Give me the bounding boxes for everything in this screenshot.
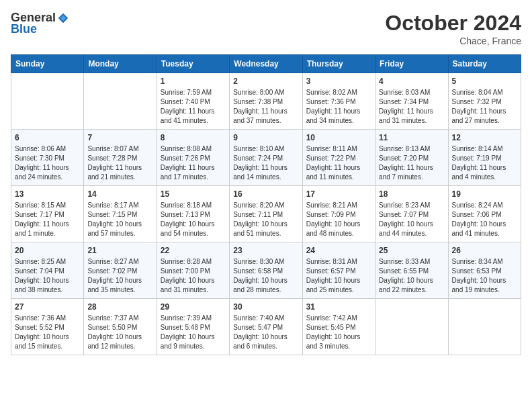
day-info: Sunrise: 8:04 AMSunset: 7:32 PMDaylight:… (452, 88, 517, 126)
day-number: 12 (452, 133, 517, 142)
day-info: Sunrise: 8:25 AMSunset: 7:04 PMDaylight:… (15, 257, 80, 295)
calendar-cell: 9Sunrise: 8:10 AMSunset: 7:24 PMDaylight… (230, 130, 302, 186)
week-row-4: 20Sunrise: 8:25 AMSunset: 7:04 PMDayligh… (11, 242, 521, 299)
calendar-cell: 11Sunrise: 8:13 AMSunset: 7:20 PMDayligh… (375, 130, 448, 186)
calendar-cell: 7Sunrise: 8:07 AMSunset: 7:28 PMDaylight… (84, 130, 157, 186)
calendar-cell: 29Sunrise: 7:39 AMSunset: 5:48 PMDayligh… (157, 299, 229, 355)
calendar-cell: 23Sunrise: 8:30 AMSunset: 6:58 PMDayligh… (230, 242, 302, 299)
day-number: 25 (379, 246, 444, 255)
day-number: 4 (379, 77, 444, 86)
day-info: Sunrise: 8:15 AMSunset: 7:17 PMDaylight:… (15, 201, 80, 238)
day-number: 9 (233, 133, 298, 142)
day-number: 10 (306, 133, 371, 142)
day-number: 28 (87, 302, 152, 312)
day-number: 3 (306, 77, 371, 86)
calendar-cell: 30Sunrise: 7:40 AMSunset: 5:47 PMDayligh… (230, 299, 302, 355)
weekday-header-sunday: Sunday (11, 55, 84, 73)
calendar-cell: 5Sunrise: 8:04 AMSunset: 7:32 PMDaylight… (448, 73, 521, 130)
calendar-cell: 19Sunrise: 8:24 AMSunset: 7:06 PMDayligh… (448, 186, 521, 242)
day-info: Sunrise: 7:37 AMSunset: 5:50 PMDaylight:… (87, 314, 152, 351)
calendar-cell: 22Sunrise: 8:28 AMSunset: 7:00 PMDayligh… (157, 242, 229, 299)
calendar-cell: 1Sunrise: 7:59 AMSunset: 7:40 PMDaylight… (157, 73, 229, 130)
weekday-header-thursday: Thursday (302, 55, 375, 73)
weekday-header-monday: Monday (84, 55, 157, 73)
day-info: Sunrise: 8:23 AMSunset: 7:07 PMDaylight:… (379, 201, 444, 238)
day-info: Sunrise: 8:11 AMSunset: 7:22 PMDaylight:… (306, 144, 371, 182)
calendar-cell: 20Sunrise: 8:25 AMSunset: 7:04 PMDayligh… (11, 242, 84, 299)
weekday-header-wednesday: Wednesday (230, 55, 302, 73)
calendar-cell: 18Sunrise: 8:23 AMSunset: 7:07 PMDayligh… (375, 186, 448, 242)
calendar-cell: 14Sunrise: 8:17 AMSunset: 7:15 PMDayligh… (84, 186, 157, 242)
day-info: Sunrise: 8:03 AMSunset: 7:34 PMDaylight:… (379, 88, 444, 126)
day-number: 27 (15, 302, 80, 312)
day-number: 22 (161, 246, 226, 255)
day-info: Sunrise: 8:21 AMSunset: 7:09 PMDaylight:… (306, 201, 371, 238)
day-info: Sunrise: 8:20 AMSunset: 7:11 PMDaylight:… (233, 201, 298, 238)
calendar-cell: 16Sunrise: 8:20 AMSunset: 7:11 PMDayligh… (230, 186, 302, 242)
day-number: 20 (15, 246, 80, 255)
day-number: 15 (161, 189, 226, 199)
day-info: Sunrise: 8:27 AMSunset: 7:02 PMDaylight:… (87, 257, 152, 295)
weekday-header-saturday: Saturday (448, 55, 521, 73)
day-number: 2 (233, 77, 298, 86)
day-number: 21 (87, 246, 152, 255)
day-info: Sunrise: 8:33 AMSunset: 6:55 PMDaylight:… (379, 257, 444, 295)
calendar-cell (375, 299, 448, 355)
day-info: Sunrise: 8:31 AMSunset: 6:57 PMDaylight:… (306, 257, 371, 295)
calendar-table: SundayMondayTuesdayWednesdayThursdayFrid… (11, 54, 521, 355)
day-info: Sunrise: 8:08 AMSunset: 7:26 PMDaylight:… (161, 144, 226, 182)
calendar-cell: 10Sunrise: 8:11 AMSunset: 7:22 PMDayligh… (302, 130, 375, 186)
day-info: Sunrise: 8:14 AMSunset: 7:19 PMDaylight:… (452, 144, 517, 182)
calendar-cell: 3Sunrise: 8:02 AMSunset: 7:36 PMDaylight… (302, 73, 375, 130)
month-title: October 2024 (385, 11, 521, 36)
day-number: 11 (379, 133, 444, 142)
day-info: Sunrise: 8:18 AMSunset: 7:13 PMDaylight:… (161, 201, 226, 238)
calendar-cell: 24Sunrise: 8:31 AMSunset: 6:57 PMDayligh… (302, 242, 375, 299)
day-info: Sunrise: 7:40 AMSunset: 5:47 PMDaylight:… (233, 314, 298, 351)
day-number: 29 (161, 302, 226, 312)
week-row-5: 27Sunrise: 7:36 AMSunset: 5:52 PMDayligh… (11, 299, 521, 355)
day-number: 5 (452, 77, 517, 86)
calendar-cell: 25Sunrise: 8:33 AMSunset: 6:55 PMDayligh… (375, 242, 448, 299)
calendar-cell: 12Sunrise: 8:14 AMSunset: 7:19 PMDayligh… (448, 130, 521, 186)
week-row-3: 13Sunrise: 8:15 AMSunset: 7:17 PMDayligh… (11, 186, 521, 242)
calendar-cell (11, 73, 84, 130)
day-info: Sunrise: 8:00 AMSunset: 7:38 PMDaylight:… (233, 88, 298, 126)
day-info: Sunrise: 8:28 AMSunset: 7:00 PMDaylight:… (161, 257, 226, 295)
logo-icon (57, 12, 69, 24)
day-info: Sunrise: 8:06 AMSunset: 7:30 PMDaylight:… (15, 144, 80, 182)
week-row-1: 1Sunrise: 7:59 AMSunset: 7:40 PMDaylight… (11, 73, 521, 130)
calendar-cell: 2Sunrise: 8:00 AMSunset: 7:38 PMDaylight… (230, 73, 302, 130)
day-info: Sunrise: 7:42 AMSunset: 5:45 PMDaylight:… (306, 314, 371, 351)
calendar-cell: 4Sunrise: 8:03 AMSunset: 7:34 PMDaylight… (375, 73, 448, 130)
day-number: 23 (233, 246, 298, 255)
day-info: Sunrise: 8:24 AMSunset: 7:06 PMDaylight:… (452, 201, 517, 238)
page-header: General Blue October 2024 Chace, France (11, 11, 521, 46)
day-number: 16 (233, 189, 298, 199)
day-number: 18 (379, 189, 444, 199)
day-number: 7 (87, 133, 152, 142)
day-info: Sunrise: 8:02 AMSunset: 7:36 PMDaylight:… (306, 88, 371, 126)
weekday-header-friday: Friday (375, 55, 448, 73)
calendar-cell: 21Sunrise: 8:27 AMSunset: 7:02 PMDayligh… (84, 242, 157, 299)
calendar-cell (448, 299, 521, 355)
calendar-cell: 17Sunrise: 8:21 AMSunset: 7:09 PMDayligh… (302, 186, 375, 242)
calendar-cell: 13Sunrise: 8:15 AMSunset: 7:17 PMDayligh… (11, 186, 84, 242)
day-info: Sunrise: 7:59 AMSunset: 7:40 PMDaylight:… (161, 88, 226, 126)
day-number: 14 (87, 189, 152, 199)
calendar-cell (84, 73, 157, 130)
calendar-cell: 8Sunrise: 8:08 AMSunset: 7:26 PMDaylight… (157, 130, 229, 186)
location-label: Chace, France (385, 36, 521, 46)
day-number: 19 (452, 189, 517, 199)
day-number: 17 (306, 189, 371, 199)
day-info: Sunrise: 7:36 AMSunset: 5:52 PMDaylight:… (15, 314, 80, 351)
weekday-header-row: SundayMondayTuesdayWednesdayThursdayFrid… (11, 55, 521, 73)
logo: General Blue (11, 11, 69, 36)
day-number: 6 (15, 133, 80, 142)
week-row-2: 6Sunrise: 8:06 AMSunset: 7:30 PMDaylight… (11, 130, 521, 186)
day-number: 26 (452, 246, 517, 255)
day-info: Sunrise: 8:07 AMSunset: 7:28 PMDaylight:… (87, 144, 152, 182)
calendar-cell: 26Sunrise: 8:34 AMSunset: 6:53 PMDayligh… (448, 242, 521, 299)
calendar-cell: 27Sunrise: 7:36 AMSunset: 5:52 PMDayligh… (11, 299, 84, 355)
day-number: 30 (233, 302, 298, 312)
